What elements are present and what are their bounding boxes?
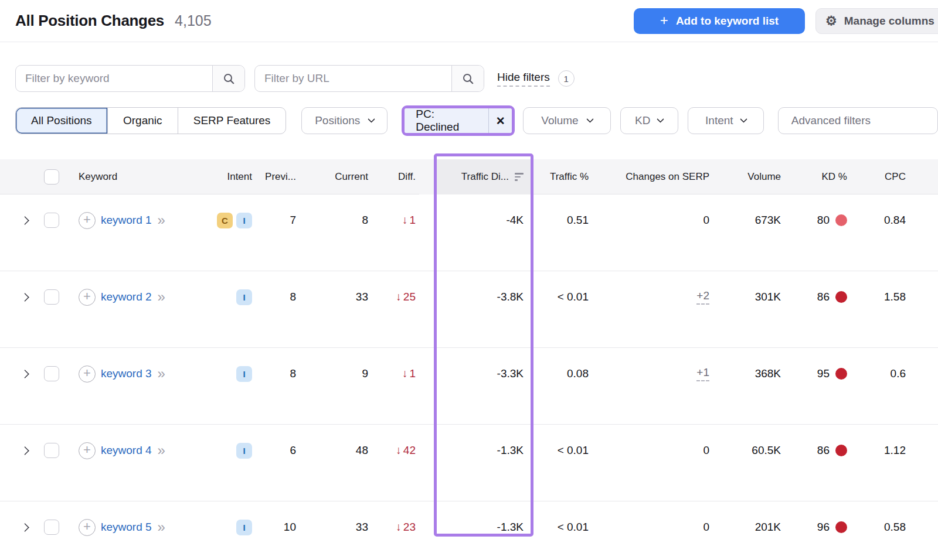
row-checkbox[interactable] [44, 289, 59, 305]
keyword-filter-input[interactable] [16, 66, 212, 91]
add-keyword-icon[interactable]: + [79, 519, 96, 536]
volume-value: 201K [755, 521, 781, 534]
manage-columns-label: Manage columns [844, 15, 934, 28]
traffic-pct-value: 0.08 [567, 367, 589, 380]
chevron-down-icon [740, 115, 747, 123]
add-keyword-icon[interactable]: + [79, 366, 96, 383]
add-keyword-icon[interactable]: + [79, 442, 96, 459]
column-header-kd[interactable]: KD % [786, 159, 851, 194]
column-header-previous[interactable]: Previ... [258, 159, 299, 194]
column-header-volume[interactable]: Volume [712, 159, 786, 194]
keyword-search-button[interactable] [212, 66, 244, 91]
tab-all-positions[interactable]: All Positions [16, 108, 108, 134]
serp-changes-link[interactable]: +1 [696, 366, 709, 381]
traffic-diff-value: -3.3K [497, 367, 524, 380]
intent-badge-informational: I [236, 289, 252, 305]
expand-row-icon[interactable] [20, 292, 29, 302]
keyword-link[interactable]: keyword 2 [101, 291, 152, 303]
volume-filter-dropdown[interactable]: Volume [523, 107, 610, 134]
tab-organic[interactable]: Organic [108, 108, 178, 134]
traffic-pct-value: < 0.01 [558, 291, 589, 303]
open-serp-icon[interactable]: » [158, 520, 165, 534]
chevron-down-icon [368, 115, 375, 123]
column-header-traffic-pct[interactable]: Traffic % [533, 159, 592, 194]
column-header-traffic-diff[interactable]: Traffic Di... [419, 159, 533, 194]
sort-desc-icon [515, 173, 524, 181]
cpc-value: 0.84 [884, 214, 906, 227]
tab-serp-features[interactable]: SERP Features [178, 108, 286, 134]
add-keyword-icon[interactable]: + [79, 289, 96, 306]
table-row: + keyword 2 » I 8 33 ↓25 -3.8K < 0.01 +2… [0, 271, 938, 348]
position-diff: 25 [403, 291, 416, 303]
table-row: + keyword 3 » I 8 9 ↓1 -3.3K 0.08 +1 368… [0, 348, 938, 425]
close-icon[interactable]: ✕ [488, 108, 512, 133]
serp-changes-value: 0 [703, 444, 709, 457]
keyword-link[interactable]: keyword 1 [101, 214, 152, 227]
row-checkbox[interactable] [44, 520, 59, 535]
kd-value: 86 [817, 291, 830, 303]
intent-badge-commercial: C [217, 213, 233, 228]
column-header-intent[interactable]: Intent [211, 159, 258, 194]
column-header-changes-on-serp[interactable]: Changes on SERP [592, 159, 712, 194]
volume-value: 368K [755, 367, 781, 380]
traffic-diff-value: -3.8K [497, 291, 524, 303]
current-position: 8 [362, 214, 368, 227]
column-header-keyword[interactable]: Keyword [64, 159, 211, 194]
row-checkbox[interactable] [44, 213, 59, 228]
open-serp-icon[interactable]: » [158, 290, 165, 304]
table-header-row: Keyword Intent Previ... Current Diff. Tr… [0, 159, 938, 194]
pc-declined-filter-chip[interactable]: PC: Declined ✕ [405, 108, 512, 133]
serp-changes-link[interactable]: +2 [696, 289, 709, 305]
intent-badge-informational: I [236, 520, 252, 535]
down-arrow-icon: ↓ [396, 521, 402, 534]
traffic-diff-value: -4K [506, 214, 524, 227]
positions-filter-dropdown[interactable]: Positions [301, 107, 388, 134]
serp-changes-value: 0 [703, 521, 709, 534]
intent-badge-informational: I [236, 366, 252, 382]
column-header-cpc[interactable]: CPC [851, 159, 915, 194]
kd-difficulty-dot [835, 445, 847, 456]
add-to-keyword-list-button[interactable]: + Add to keyword list [634, 8, 805, 34]
expand-row-icon[interactable] [20, 216, 29, 225]
expand-row-icon[interactable] [20, 523, 29, 532]
positions-filter-label: Positions [315, 114, 360, 127]
keyword-link[interactable]: keyword 5 [101, 521, 152, 534]
manage-columns-button[interactable]: ⚙ Manage columns [815, 8, 938, 34]
open-serp-icon[interactable]: » [158, 213, 165, 227]
row-checkbox[interactable] [44, 366, 59, 381]
url-search-button[interactable] [451, 66, 484, 91]
row-checkbox[interactable] [44, 443, 59, 458]
chevron-down-icon [586, 115, 594, 123]
previous-position: 6 [290, 444, 296, 457]
expand-row-icon[interactable] [20, 446, 29, 455]
table-row: + keyword 5 » I 10 33 ↓23 -1.3K < 0.01 0… [0, 501, 938, 560]
intent-filter-dropdown[interactable]: Intent [688, 107, 764, 134]
keyword-link[interactable]: keyword 4 [101, 444, 152, 457]
traffic-diff-value: -1.3K [497, 521, 524, 534]
hide-filters-link[interactable]: Hide filters [497, 71, 550, 87]
kd-difficulty-dot [835, 368, 847, 380]
advanced-filters-dropdown[interactable]: Advanced filters [778, 107, 938, 134]
column-header-diff[interactable]: Diff. [375, 159, 419, 194]
keyword-link[interactable]: keyword 3 [101, 367, 152, 380]
kd-value: 95 [817, 367, 830, 380]
kd-value: 80 [817, 214, 830, 227]
traffic-diff-value: -1.3K [497, 444, 524, 457]
traffic-diff-header-label: Traffic Di... [461, 171, 509, 183]
previous-position: 8 [290, 367, 296, 380]
select-all-checkbox[interactable] [44, 169, 59, 185]
kd-filter-dropdown[interactable]: KD [620, 107, 678, 134]
cpc-value: 0.58 [884, 521, 906, 534]
filters-section: Hide filters 1 All Positions Organic SER… [0, 42, 938, 136]
pc-declined-filter-label: PC: Declined [405, 108, 488, 133]
open-serp-icon[interactable]: » [158, 367, 165, 381]
kd-value: 86 [817, 444, 830, 457]
expand-row-icon[interactable] [20, 369, 29, 378]
column-header-current[interactable]: Current [299, 159, 375, 194]
open-serp-icon[interactable]: » [158, 443, 165, 457]
add-keyword-icon[interactable]: + [79, 212, 96, 229]
url-filter-input[interactable] [255, 66, 451, 91]
active-filters-count-badge: 1 [558, 70, 575, 87]
cpc-value: 1.12 [884, 444, 906, 457]
down-arrow-icon: ↓ [402, 214, 408, 227]
